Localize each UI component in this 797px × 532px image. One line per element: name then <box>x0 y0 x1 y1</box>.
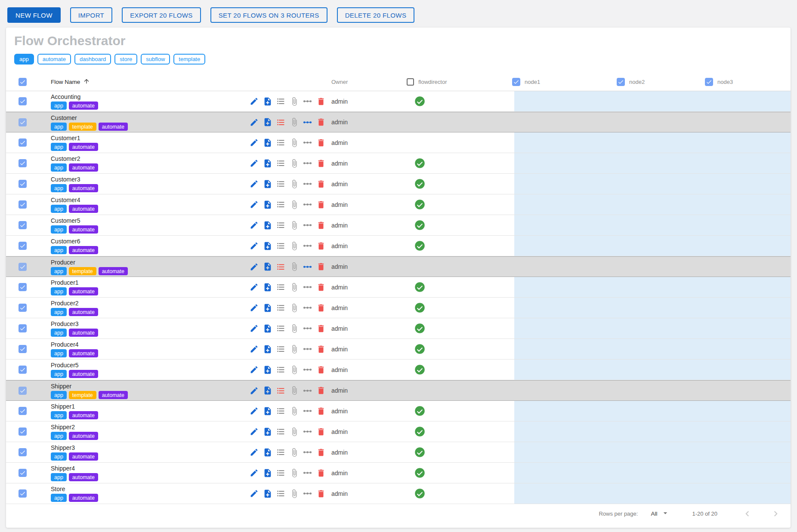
delete-flow-button[interactable] <box>315 467 326 478</box>
attachment-button[interactable] <box>289 406 300 416</box>
table-row[interactable]: Producer2appautomateadmin <box>6 298 791 318</box>
flow-list-button[interactable] <box>275 447 286 458</box>
connections-button[interactable] <box>302 385 313 396</box>
connections-button[interactable] <box>302 220 313 231</box>
delete-flow-button[interactable] <box>315 199 326 210</box>
row-checkbox[interactable] <box>19 448 27 456</box>
rows-per-page-select[interactable]: All <box>651 509 670 519</box>
add-note-button[interactable] <box>262 199 273 210</box>
edit-flow-button[interactable] <box>249 137 259 148</box>
table-row[interactable]: Customer6appautomateadmin <box>6 236 791 256</box>
connections-button[interactable] <box>302 158 313 169</box>
table-row[interactable]: Shipper2appautomateadmin <box>6 421 791 442</box>
table-row[interactable]: Customer3appautomateadmin <box>6 174 791 194</box>
edit-flow-button[interactable] <box>249 261 259 272</box>
flow-list-button[interactable] <box>275 96 286 107</box>
row-checkbox[interactable] <box>19 489 27 498</box>
row-checkbox[interactable] <box>19 407 27 415</box>
attachment-button[interactable] <box>289 385 300 396</box>
filter-chip-dashboard[interactable]: dashboard <box>74 54 111 65</box>
connections-button[interactable] <box>302 426 313 437</box>
connections-button[interactable] <box>302 96 313 107</box>
row-checkbox[interactable] <box>19 200 27 209</box>
edit-flow-button[interactable] <box>249 385 259 396</box>
add-note-button[interactable] <box>262 426 273 437</box>
attachment-button[interactable] <box>289 467 300 478</box>
attachment-button[interactable] <box>289 96 300 107</box>
delete-flow-button[interactable] <box>315 488 326 499</box>
edit-flow-button[interactable] <box>249 323 259 334</box>
attachment-button[interactable] <box>289 323 300 334</box>
table-row[interactable]: Customer1appautomateadmin <box>6 132 791 153</box>
edit-flow-button[interactable] <box>249 158 259 169</box>
connections-button[interactable] <box>302 240 313 251</box>
filter-chip-store[interactable]: store <box>114 54 137 65</box>
delete-flows-button[interactable]: DELETE 20 FLOWS <box>337 7 415 23</box>
delete-flow-button[interactable] <box>315 426 326 437</box>
flowdirector-checkbox[interactable] <box>407 78 414 86</box>
edit-flow-button[interactable] <box>249 344 259 354</box>
filter-chip-automate[interactable]: automate <box>37 54 71 65</box>
flow-list-button[interactable] <box>275 261 286 272</box>
row-checkbox[interactable] <box>19 387 27 395</box>
add-note-button[interactable] <box>262 220 273 231</box>
attachment-button[interactable] <box>289 199 300 210</box>
table-row[interactable]: Producer1appautomateadmin <box>6 277 791 298</box>
table-row[interactable]: Shipperapptemplateautomateadmin <box>6 380 791 401</box>
flow-list-button[interactable] <box>275 158 286 169</box>
table-row[interactable]: Customer4appautomateadmin <box>6 194 791 215</box>
table-row[interactable]: Producerapptemplateautomateadmin <box>6 256 791 277</box>
delete-flow-button[interactable] <box>315 220 326 231</box>
connections-button[interactable] <box>302 261 313 272</box>
attachment-button[interactable] <box>289 488 300 499</box>
add-note-button[interactable] <box>262 282 273 292</box>
add-note-button[interactable] <box>262 240 273 251</box>
row-checkbox[interactable] <box>19 304 27 312</box>
delete-flow-button[interactable] <box>315 137 326 148</box>
add-note-button[interactable] <box>262 385 273 396</box>
add-note-button[interactable] <box>262 364 273 375</box>
add-note-button[interactable] <box>262 323 273 334</box>
delete-flow-button[interactable] <box>315 406 326 416</box>
delete-flow-button[interactable] <box>315 323 326 334</box>
flow-list-button[interactable] <box>275 117 286 128</box>
delete-flow-button[interactable] <box>315 364 326 375</box>
attachment-button[interactable] <box>289 344 300 354</box>
connections-button[interactable] <box>302 199 313 210</box>
add-note-button[interactable] <box>262 178 273 189</box>
attachment-button[interactable] <box>289 364 300 375</box>
add-note-button[interactable] <box>262 302 273 313</box>
edit-flow-button[interactable] <box>249 117 259 128</box>
add-note-button[interactable] <box>262 158 273 169</box>
table-row[interactable]: Customer2appautomateadmin <box>6 153 791 174</box>
flow-list-button[interactable] <box>275 488 286 499</box>
delete-flow-button[interactable] <box>315 240 326 251</box>
connections-button[interactable] <box>302 282 313 292</box>
new-flow-button[interactable]: NEW FLOW <box>7 7 61 23</box>
delete-flow-button[interactable] <box>315 447 326 458</box>
connections-button[interactable] <box>302 302 313 313</box>
table-row[interactable]: Accountingappautomateadmin <box>6 91 791 112</box>
row-checkbox[interactable] <box>19 118 27 126</box>
connections-button[interactable] <box>302 117 313 128</box>
next-page-button[interactable] <box>770 508 781 519</box>
delete-flow-button[interactable] <box>315 385 326 396</box>
table-row[interactable]: Customerapptemplateautomateadmin <box>6 112 791 132</box>
row-checkbox[interactable] <box>19 138 27 147</box>
flow-list-button[interactable] <box>275 282 286 292</box>
row-checkbox[interactable] <box>19 366 27 374</box>
connections-button[interactable] <box>302 178 313 189</box>
edit-flow-button[interactable] <box>249 302 259 313</box>
add-note-button[interactable] <box>262 467 273 478</box>
add-note-button[interactable] <box>262 96 273 107</box>
edit-flow-button[interactable] <box>249 364 259 375</box>
filter-chip-subflow[interactable]: subflow <box>141 54 170 65</box>
delete-flow-button[interactable] <box>315 96 326 107</box>
table-row[interactable]: Shipper3appautomateadmin <box>6 442 791 463</box>
import-button[interactable]: IMPORT <box>70 7 112 23</box>
row-checkbox[interactable] <box>19 427 27 436</box>
connections-button[interactable] <box>302 488 313 499</box>
connections-button[interactable] <box>302 323 313 334</box>
row-checkbox[interactable] <box>19 180 27 188</box>
flow-list-button[interactable] <box>275 178 286 189</box>
